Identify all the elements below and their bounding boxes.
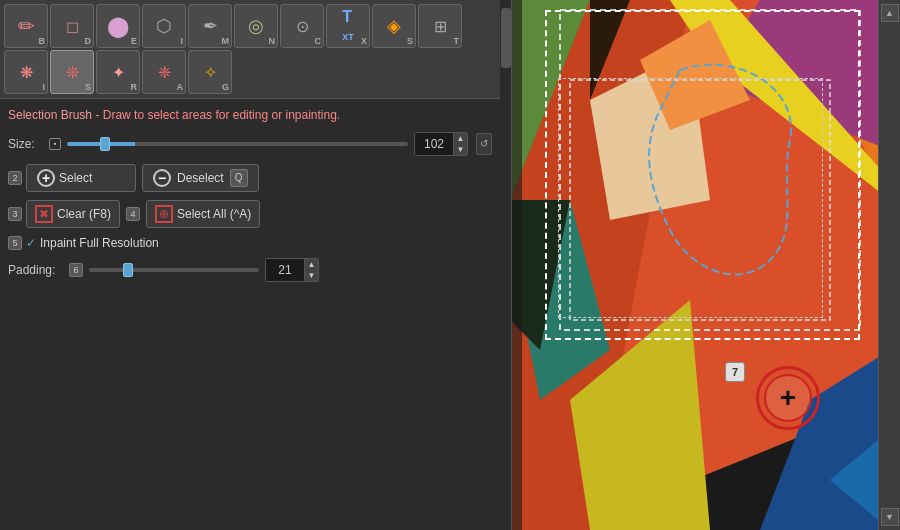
select-all-icon: ⊕ xyxy=(155,205,173,223)
tool-pattern[interactable]: ⊞ T xyxy=(418,4,462,48)
deselect-label: Deselect xyxy=(177,171,224,185)
tool-text[interactable]: TXT X xyxy=(326,4,370,48)
deselect-minus-icon: − xyxy=(153,169,171,187)
inpaint-row: 5 ✓ Inpaint Full Resolution xyxy=(8,236,492,250)
size-arrows: ▲ ▼ xyxy=(453,133,467,155)
tool-smudge[interactable]: ❋ I xyxy=(4,50,48,94)
select-deselect-row: 2 + Select − Deselect Q xyxy=(8,164,492,192)
right-tools-strip: ▲ ▼ xyxy=(878,0,900,530)
inpaint-checkbox[interactable]: ✓ xyxy=(26,236,36,250)
tool-description: Selection Brush - Draw to select areas f… xyxy=(8,107,492,124)
row2-content: + Select − Deselect Q xyxy=(26,164,492,192)
brush-cursor-cross: + xyxy=(780,384,796,412)
brush-cursor: + xyxy=(756,366,820,430)
canvas-badge-7: 7 xyxy=(725,362,745,382)
deselect-button[interactable]: − Deselect Q xyxy=(142,164,259,192)
row34-content: ✖ Clear (F8) 4 ⊕ Select All (^A) xyxy=(26,200,492,228)
size-reset-btn[interactable]: ↺ xyxy=(476,133,492,155)
left-panel: ✏ B ◻ D ⬤ E ⬡ I ✒ M ◎ N ⊙ C TXT X xyxy=(0,0,500,530)
deselect-shortcut-badge: Q xyxy=(230,169,248,187)
tool-transform[interactable]: ❈ A xyxy=(142,50,186,94)
row-number-5: 5 xyxy=(8,236,22,250)
tool-pen[interactable]: ✒ M xyxy=(188,4,232,48)
strip-btn-2[interactable]: ▼ xyxy=(881,508,899,526)
tool-clone[interactable]: ⊙ C xyxy=(280,4,324,48)
padding-value-input[interactable]: 21 xyxy=(266,259,304,281)
padding-down-btn[interactable]: ▼ xyxy=(304,270,318,281)
size-label: Size: xyxy=(8,137,43,151)
row-number-3: 3 xyxy=(8,207,22,221)
canvas-artwork xyxy=(500,0,900,530)
clear-label: Clear (F8) xyxy=(57,207,111,221)
select-label: Select xyxy=(59,171,92,185)
row-number-2: 2 xyxy=(8,171,22,185)
select-button[interactable]: + Select xyxy=(26,164,136,192)
tool-move[interactable]: ✧ G xyxy=(188,50,232,94)
brush-cursor-inner: + xyxy=(764,374,812,422)
size-up-btn[interactable]: ▲ xyxy=(453,133,467,144)
options-panel: Selection Brush - Draw to select areas f… xyxy=(0,99,500,530)
size-down-btn[interactable]: ▼ xyxy=(453,144,467,155)
row-number-4: 4 xyxy=(126,207,140,221)
clear-icon: ✖ xyxy=(35,205,53,223)
clear-button[interactable]: ✖ Clear (F8) xyxy=(26,200,120,228)
toolbar: ✏ B ◻ D ⬤ E ⬡ I ✒ M ◎ N ⊙ C TXT X xyxy=(0,0,500,99)
tool-sel-brush[interactable]: ❊ S xyxy=(50,50,94,94)
select-all-label: Select All (^A) xyxy=(177,207,251,221)
scroll-thumb xyxy=(501,8,511,68)
select-all-button[interactable]: ⊕ Select All (^A) xyxy=(146,200,260,228)
tool-heal[interactable]: ✦ R xyxy=(96,50,140,94)
size-min-icon: ▪ xyxy=(49,138,61,150)
brush-cursor-outer: + xyxy=(756,366,820,430)
tool-fill[interactable]: ⬤ E xyxy=(96,4,140,48)
canvas-area[interactable]: + 7 xyxy=(500,0,900,530)
tool-erase[interactable]: ◻ D xyxy=(50,4,94,48)
padding-row: Padding: 6 21 ▲ ▼ xyxy=(8,258,492,282)
left-scrollbar[interactable] xyxy=(500,0,512,530)
tool-paint-brush[interactable]: ✏ B xyxy=(4,4,48,48)
tool-color[interactable]: ◈ S xyxy=(372,4,416,48)
size-control-row: Size: ▪ 102 ▲ ▼ ↺ xyxy=(8,132,492,156)
padding-label: Padding: xyxy=(8,263,63,277)
select-plus-icon: + xyxy=(37,169,55,187)
inpaint-label: Inpaint Full Resolution xyxy=(40,236,159,250)
clear-selectall-row: 3 ✖ Clear (F8) 4 ⊕ Select All (^A) xyxy=(8,200,492,228)
padding-arrows: ▲ ▼ xyxy=(304,259,318,281)
right-panel: ⊙ Tools ▼ xyxy=(500,0,900,530)
tool-filter[interactable]: ⬡ I xyxy=(142,4,186,48)
padding-up-btn[interactable]: ▲ xyxy=(304,259,318,270)
size-slider[interactable] xyxy=(67,142,408,146)
strip-btn-1[interactable]: ▲ xyxy=(881,4,899,22)
size-spinner: 102 ▲ ▼ xyxy=(414,132,468,156)
size-value-input[interactable]: 102 xyxy=(415,133,453,155)
row-number-6: 6 xyxy=(69,263,83,277)
padding-slider[interactable] xyxy=(89,268,259,272)
padding-spinner: 21 ▲ ▼ xyxy=(265,258,319,282)
tool-stamp[interactable]: ◎ N xyxy=(234,4,278,48)
